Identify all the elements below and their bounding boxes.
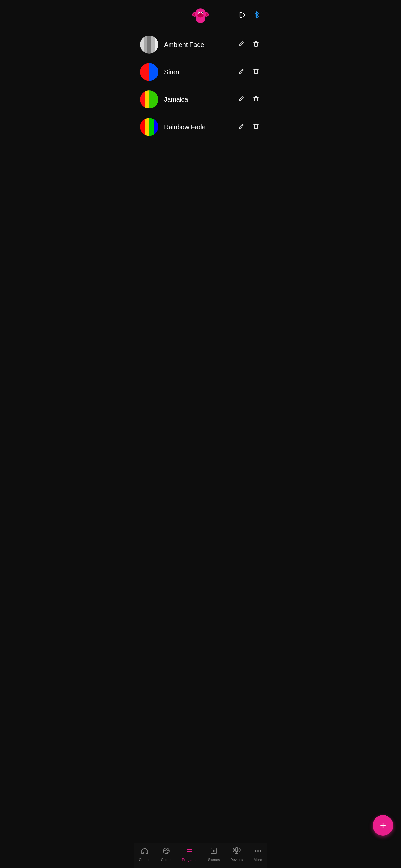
edit-icon — [238, 68, 245, 75]
edit-button[interactable] — [236, 94, 246, 105]
nav-item-programs[interactable]: Programs — [182, 847, 197, 862]
programs-list: Ambient Fade Siren — [134, 28, 267, 868]
svg-point-16 — [166, 848, 167, 850]
svg-rect-21 — [187, 852, 192, 854]
edit-button[interactable] — [236, 121, 246, 133]
palette-icon — [162, 847, 171, 857]
nav-label-devices: Devices — [230, 858, 243, 862]
header-actions — [238, 11, 261, 19]
item-actions — [236, 39, 261, 51]
login-button[interactable] — [238, 11, 247, 19]
nav-label-control: Control — [139, 858, 150, 862]
delete-button[interactable] — [251, 39, 261, 51]
nav-label-scenes: Scenes — [208, 858, 220, 862]
svg-point-9 — [198, 12, 199, 13]
nav-item-colors[interactable]: Colors — [161, 847, 172, 862]
svg-point-28 — [257, 850, 258, 851]
svg-point-12 — [200, 14, 201, 15]
nav-item-control[interactable]: Control — [139, 847, 150, 862]
nav-label-colors: Colors — [161, 858, 172, 862]
program-color-swatch — [140, 90, 158, 108]
svg-rect-20 — [187, 851, 192, 852]
svg-marker-23 — [213, 849, 215, 852]
nav-item-more[interactable]: More — [254, 847, 262, 862]
list-item: Rainbow Fade — [134, 113, 267, 141]
nav-item-devices[interactable]: Devices — [230, 847, 243, 862]
edit-button[interactable] — [236, 39, 246, 51]
trash-icon — [252, 40, 259, 48]
svg-point-18 — [167, 851, 168, 853]
nav-label-more: More — [254, 858, 262, 862]
item-actions — [236, 94, 261, 105]
more-icon — [254, 847, 262, 857]
home-icon — [141, 847, 149, 857]
devices-icon — [233, 847, 241, 857]
edit-icon — [238, 123, 245, 130]
list-item: Jamaica — [134, 86, 267, 113]
delete-button[interactable] — [251, 94, 261, 105]
bottom-nav: Control Colors Programs — [134, 843, 267, 868]
nav-label-programs: Programs — [182, 858, 197, 862]
svg-point-27 — [255, 850, 256, 851]
svg-point-13 — [201, 14, 202, 15]
list-item: Siren — [134, 58, 267, 86]
scenes-icon — [210, 847, 218, 857]
program-name: Ambient Fade — [164, 41, 236, 49]
svg-point-6 — [197, 13, 204, 18]
svg-rect-19 — [187, 849, 192, 850]
program-name: Rainbow Fade — [164, 123, 236, 131]
trash-icon — [252, 68, 259, 75]
trash-icon — [252, 95, 259, 102]
svg-point-29 — [259, 850, 260, 851]
bluetooth-button[interactable] — [252, 11, 261, 19]
svg-point-15 — [164, 849, 166, 851]
login-icon — [238, 11, 247, 19]
header — [134, 0, 267, 28]
monkey-logo — [191, 5, 210, 25]
program-name: Siren — [164, 68, 236, 76]
item-actions — [236, 66, 261, 78]
program-color-swatch — [140, 63, 158, 81]
svg-rect-24 — [236, 848, 238, 851]
program-name: Jamaica — [164, 96, 236, 103]
trash-icon — [252, 123, 259, 130]
delete-button[interactable] — [251, 66, 261, 78]
svg-point-17 — [167, 850, 168, 851]
item-actions — [236, 121, 261, 133]
svg-point-10 — [202, 12, 203, 13]
programs-icon — [185, 847, 194, 857]
program-color-swatch — [140, 35, 158, 54]
program-color-swatch — [140, 118, 158, 136]
list-item: Ambient Fade — [134, 31, 267, 58]
nav-item-scenes[interactable]: Scenes — [208, 847, 220, 862]
delete-button[interactable] — [251, 121, 261, 133]
edit-button[interactable] — [236, 66, 246, 78]
edit-icon — [238, 95, 245, 102]
edit-icon — [238, 40, 245, 48]
bluetooth-icon — [252, 11, 261, 19]
